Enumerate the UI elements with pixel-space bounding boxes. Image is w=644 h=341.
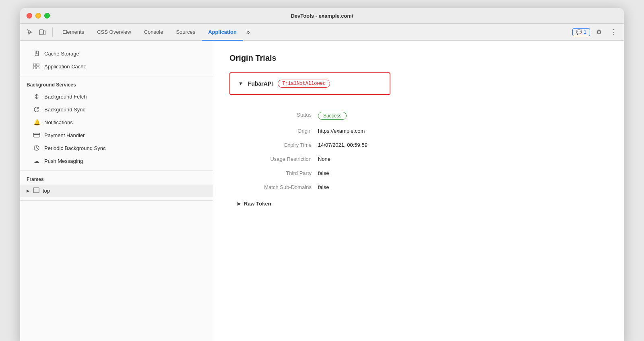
sidebar: 🗄 Cache Storage Application Cache bbox=[20, 41, 213, 341]
close-button[interactable] bbox=[27, 13, 32, 18]
notification-count: 1 bbox=[584, 29, 586, 35]
svg-rect-1 bbox=[44, 31, 46, 34]
more-tabs-button[interactable]: » bbox=[243, 29, 253, 36]
cursor-icon[interactable] bbox=[25, 27, 35, 37]
sidebar-item-label: Notifications bbox=[44, 119, 73, 125]
background-fetch-icon bbox=[33, 93, 40, 100]
main-layout: 🗄 Cache Storage Application Cache bbox=[20, 41, 624, 341]
expiry-value: 14/07/2021, 00:59:59 bbox=[318, 138, 608, 152]
sidebar-item-cache-storage[interactable]: 🗄 Cache Storage bbox=[20, 47, 213, 60]
window-title: DevTools - example.com/ bbox=[291, 13, 353, 19]
trial-box[interactable]: ▼ FubarAPI TrialNotAllowed bbox=[229, 72, 390, 95]
notification-badge[interactable]: 💬 1 bbox=[572, 28, 590, 36]
sidebar-item-label: Background Sync bbox=[44, 107, 85, 113]
devtools-window: DevTools - example.com/ Elements CSS Ove… bbox=[20, 8, 624, 341]
trial-chevron-icon: ▼ bbox=[238, 81, 243, 86]
device-toggle-icon[interactable] bbox=[38, 27, 47, 37]
traffic-lights bbox=[27, 13, 50, 18]
svg-rect-7 bbox=[33, 133, 40, 137]
svg-rect-5 bbox=[37, 67, 39, 69]
status-badge: Success bbox=[318, 112, 347, 120]
frames-title: Frames bbox=[20, 174, 213, 185]
background-services-section: Background Services Background Fetch bbox=[20, 76, 213, 171]
expiry-label: Expiry Time bbox=[237, 138, 318, 152]
third-party-value: false bbox=[318, 166, 608, 180]
notifications-icon: 🔔 bbox=[33, 119, 40, 126]
detail-table: Status Success Origin https://example.co… bbox=[237, 108, 608, 194]
tab-css-overview[interactable]: CSS Overview bbox=[91, 24, 138, 41]
tab-application[interactable]: Application bbox=[202, 24, 243, 41]
usage-restriction-label: Usage Restriction bbox=[237, 152, 318, 166]
raw-token-chevron-icon: ▶ bbox=[237, 201, 241, 206]
sidebar-item-label: Background Fetch bbox=[44, 94, 87, 100]
tab-console[interactable]: Console bbox=[138, 24, 170, 41]
svg-rect-2 bbox=[33, 64, 36, 66]
svg-rect-3 bbox=[37, 64, 39, 66]
content-area: Origin Trials ▼ FubarAPI TrialNotAllowed… bbox=[213, 41, 624, 341]
push-messaging-icon: ☁ bbox=[33, 157, 40, 164]
sidebar-item-top-frame[interactable]: ▶ top bbox=[20, 185, 213, 197]
third-party-label: Third Party bbox=[237, 166, 318, 180]
trial-name: FubarAPI bbox=[248, 80, 273, 87]
storage-section: 🗄 Cache Storage Application Cache bbox=[20, 44, 213, 76]
sidebar-item-payment-handler[interactable]: Payment Handler bbox=[20, 129, 213, 142]
more-options-button[interactable]: ⋮ bbox=[608, 27, 619, 38]
sidebar-item-label: Cache Storage bbox=[44, 51, 79, 57]
usage-restriction-value: None bbox=[318, 152, 608, 166]
svg-rect-4 bbox=[33, 67, 36, 69]
tab-sources[interactable]: Sources bbox=[169, 24, 202, 41]
raw-token-label: Raw Token bbox=[244, 201, 271, 207]
frames-section: Frames ▶ top bbox=[20, 171, 213, 201]
svg-rect-0 bbox=[39, 30, 43, 35]
tab-elements[interactable]: Elements bbox=[56, 24, 91, 41]
application-cache-icon bbox=[33, 63, 40, 70]
tab-bar: Elements CSS Overview Console Sources Ap… bbox=[20, 24, 624, 41]
sidebar-item-label: Periodic Background Sync bbox=[44, 145, 105, 151]
tab-bar-icons bbox=[25, 27, 53, 37]
background-sync-icon bbox=[33, 106, 40, 113]
sidebar-item-notifications[interactable]: 🔔 Notifications bbox=[20, 116, 213, 129]
sidebar-item-application-cache[interactable]: Application Cache bbox=[20, 60, 213, 73]
page-title: Origin Trials bbox=[229, 53, 608, 63]
sidebar-item-push-messaging[interactable]: ☁ Push Messaging bbox=[20, 154, 213, 167]
status-value: Success bbox=[318, 108, 608, 124]
match-sub-domains-value: false bbox=[318, 180, 608, 194]
sidebar-item-label: Push Messaging bbox=[44, 158, 83, 164]
frame-chevron-icon: ▶ bbox=[27, 189, 30, 193]
sidebar-item-label: Payment Handler bbox=[44, 132, 85, 138]
match-sub-domains-label: Match Sub-Domains bbox=[237, 180, 318, 194]
status-label: Status bbox=[237, 108, 318, 124]
svg-rect-12 bbox=[33, 188, 39, 193]
background-services-title: Background Services bbox=[20, 80, 213, 90]
sidebar-item-label: Application Cache bbox=[44, 64, 87, 70]
notification-icon: 💬 bbox=[576, 29, 582, 35]
trial-not-allowed-badge: TrialNotAllowed bbox=[278, 80, 330, 88]
settings-button[interactable]: ⚙ bbox=[593, 27, 605, 38]
payment-handler-icon bbox=[33, 131, 40, 139]
cache-storage-icon: 🗄 bbox=[33, 50, 40, 57]
frame-label: top bbox=[43, 188, 50, 194]
svg-line-11 bbox=[37, 148, 38, 149]
maximize-button[interactable] bbox=[44, 13, 50, 18]
tab-bar-right: 💬 1 ⚙ ⋮ bbox=[572, 27, 619, 38]
minimize-button[interactable] bbox=[35, 13, 41, 18]
title-bar: DevTools - example.com/ bbox=[20, 8, 624, 24]
frame-page-icon bbox=[33, 187, 39, 194]
sidebar-item-periodic-background-sync[interactable]: Periodic Background Sync bbox=[20, 142, 213, 154]
origin-label: Origin bbox=[237, 124, 318, 138]
periodic-background-sync-icon bbox=[33, 144, 40, 152]
raw-token-row[interactable]: ▶ Raw Token bbox=[237, 201, 608, 207]
sidebar-item-background-fetch[interactable]: Background Fetch bbox=[20, 90, 213, 103]
origin-value: https://example.com bbox=[318, 124, 608, 138]
sidebar-item-background-sync[interactable]: Background Sync bbox=[20, 103, 213, 116]
